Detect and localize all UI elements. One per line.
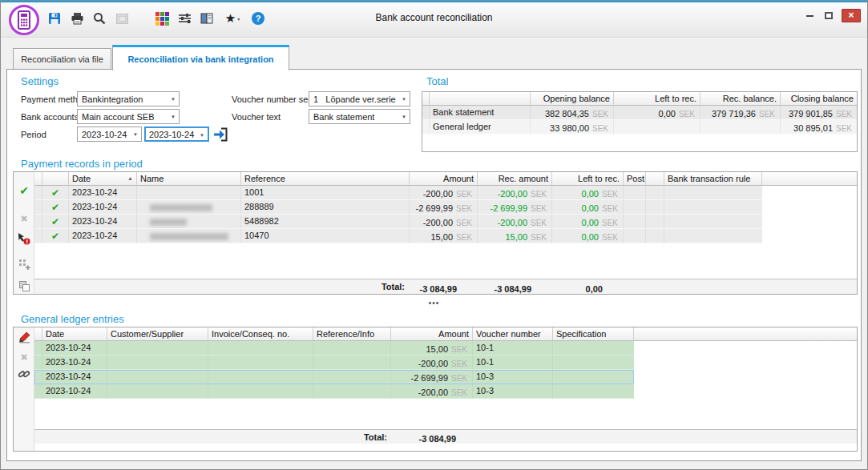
- col-amount[interactable]: Amount: [391, 327, 473, 341]
- period-to-value: 2023-10-24: [149, 130, 194, 139]
- check-icon: ✔: [51, 216, 59, 227]
- chevron-down-icon: ▼: [402, 97, 406, 102]
- bank-accounts-select[interactable]: Main account SEB ▼: [77, 109, 180, 124]
- total-row-bank-statement[interactable]: Bank statement 382 804,35SEK 0,00SEK 379…: [422, 106, 857, 120]
- total-section-title: Total: [426, 75, 448, 87]
- redacted-name: [150, 219, 187, 226]
- ledger-row[interactable]: 2023-10-24 -200,00SEK 10-1: [34, 356, 634, 370]
- col-opening-balance: Opening balance: [531, 92, 614, 106]
- maximize-button[interactable]: [822, 10, 835, 22]
- link-icon: [18, 368, 30, 380]
- settings-section-title: Settings: [21, 75, 59, 87]
- maximize-icon: [825, 12, 833, 19]
- payments-toolbar: ✔ ✖: [14, 172, 34, 294]
- ledger-grid-area: Date Customer/Supplier Invoice/Conseq. n…: [34, 327, 857, 451]
- copy-rows-button[interactable]: [17, 279, 31, 293]
- col-date[interactable]: Date: [42, 327, 107, 341]
- add-rows-button[interactable]: [17, 257, 31, 271]
- col-closing-balance: Closing balance: [781, 92, 857, 106]
- total-table: Opening balance Left to rec. Rec. balanc…: [422, 91, 858, 152]
- main-panel: Settings Payment method Bankintegration …: [6, 69, 862, 461]
- mark-error-button[interactable]: [17, 231, 31, 246]
- col-date[interactable]: Date▲: [69, 172, 137, 186]
- payment-row[interactable]: ✔ 2023-10-24 288889 -2 699,99SEK -2 699,…: [34, 200, 762, 215]
- sort-asc-icon: ▲: [127, 175, 133, 181]
- ledger-section-title: General ledger entries: [21, 313, 124, 325]
- row-label: General ledger: [430, 120, 531, 135]
- tab-reconciliation-via-file[interactable]: Reconciliation via file: [13, 48, 111, 70]
- payments-grid-area: Date▲ Name Reference Amount Rec. amount …: [34, 172, 857, 294]
- window-controls: ×: [803, 9, 861, 22]
- col-invoice-conseq-no[interactable]: Invoice/Conseq. no.: [208, 327, 313, 341]
- row-label: Bank statement: [430, 106, 531, 120]
- col-reference-info[interactable]: Reference/Info: [313, 327, 391, 341]
- import-arrow-icon: [213, 127, 228, 142]
- copy-icon: [18, 280, 30, 292]
- redacted-name: [150, 204, 212, 211]
- apply-period-button[interactable]: [213, 127, 228, 142]
- bank-accounts-value: Main account SEB: [82, 112, 155, 122]
- voucher-text-label: Voucher text: [232, 112, 281, 122]
- check-icon: ✔: [51, 231, 59, 242]
- chevron-down-icon: ▼: [200, 133, 204, 138]
- tab-reconciliation-via-bank-integration[interactable]: Reconciliation via bank integration: [112, 45, 289, 70]
- chevron-down-icon: ▼: [133, 132, 138, 137]
- delete-entry-button-disabled: ✖: [17, 350, 31, 364]
- arrow-error-icon: [18, 232, 30, 245]
- chevron-down-icon: ▼: [171, 114, 176, 119]
- col-reference[interactable]: Reference: [241, 172, 410, 186]
- voucher-text-value: Bank statement: [313, 112, 374, 122]
- ledger-row-selected[interactable]: 2023-10-24 -2 699,99SEK 10-3: [34, 370, 634, 384]
- col-rec-balance: Rec. balance.: [700, 92, 781, 106]
- check-icon: ✔: [51, 202, 59, 213]
- reject-record-button-disabled: ✖: [17, 211, 31, 226]
- total-label: Total:: [34, 430, 392, 444]
- window-title: Bank account reconciliation: [1, 12, 867, 23]
- approve-record-button[interactable]: ✔: [17, 183, 31, 198]
- total-header-row: Opening balance Left to rec. Rec. balanc…: [422, 92, 857, 106]
- red-pen-icon: [18, 331, 31, 343]
- col-post[interactable]: Post: [624, 172, 646, 186]
- minimize-icon: [806, 15, 813, 17]
- edit-entry-button[interactable]: [17, 330, 31, 344]
- close-button[interactable]: ×: [842, 9, 861, 22]
- chevron-down-icon: ▼: [171, 97, 176, 102]
- ledger-row[interactable]: 2023-10-24 15,00SEK 10-1: [34, 341, 634, 356]
- col-voucher-number[interactable]: Voucher number: [473, 327, 553, 341]
- payment-row[interactable]: ✔ 2023-10-24 10470 15,00SEK 15,00SEK 0,0…: [34, 229, 762, 243]
- period-to-select[interactable]: 2023-10-24 ▼: [144, 127, 209, 142]
- link-entry-button[interactable]: [17, 367, 31, 381]
- voucher-text-select[interactable]: Bank statement ▼: [309, 109, 410, 124]
- section-splitter-handle[interactable]: •••: [7, 300, 861, 307]
- col-rec-amount[interactable]: Rec. amount: [478, 172, 552, 186]
- ledger-row[interactable]: 2023-10-24 -200,00SEK 10-3: [34, 384, 634, 399]
- ledger-header-row: Date Customer/Supplier Invoice/Conseq. n…: [34, 327, 857, 341]
- ledger-total-row: Total: -3 084,99: [34, 429, 857, 444]
- col-left-to-rec[interactable]: Left to rec.: [552, 172, 624, 186]
- col-specification[interactable]: Specification: [553, 327, 634, 341]
- period-label: Period: [21, 130, 46, 139]
- ledger-grid: ✖ Date Customer/Supplier Invoic: [13, 327, 858, 452]
- total-label: Total:: [34, 279, 410, 294]
- payment-method-select[interactable]: Bankintegration ▼: [77, 91, 180, 106]
- chevron-down-icon: ▼: [402, 114, 406, 119]
- payments-total-row: Total: -3 084,99 -3 084,99 0,00: [34, 279, 857, 294]
- redacted-name: [150, 233, 228, 240]
- period-from-select[interactable]: 2023-10-24 ▼: [77, 127, 142, 142]
- cross-icon: ✖: [20, 352, 27, 363]
- title-bar: ★ ▾ ? Bank account reconciliation ×: [1, 2, 867, 38]
- voucher-series-select[interactable]: 1 Löpande ver.serie ▼: [309, 91, 410, 106]
- payment-row[interactable]: ✔ 2023-10-24 1001 -200,00SEK -200,00SEK …: [34, 186, 762, 200]
- col-bank-transaction-rule[interactable]: Bank transaction rule: [664, 172, 762, 186]
- window-bottom-frame: [1, 460, 867, 469]
- col-customer-supplier[interactable]: Customer/Supplier: [107, 327, 208, 341]
- payments-section-title: Payment records in period: [21, 158, 143, 170]
- payments-header-row: Date▲ Name Reference Amount Rec. amount …: [34, 172, 857, 186]
- payment-row[interactable]: ✔ 2023-10-24 5488982 -200,00SEK -200,00S…: [34, 215, 762, 229]
- period-from-value: 2023-10-24: [82, 130, 127, 139]
- total-row-general-ledger[interactable]: General ledger 33 980,00SEK 30 895,01SEK: [422, 120, 857, 135]
- minimize-button[interactable]: [803, 10, 816, 22]
- col-amount[interactable]: Amount: [410, 172, 478, 186]
- col-name[interactable]: Name: [137, 172, 241, 186]
- grid-plus-icon: [18, 259, 30, 271]
